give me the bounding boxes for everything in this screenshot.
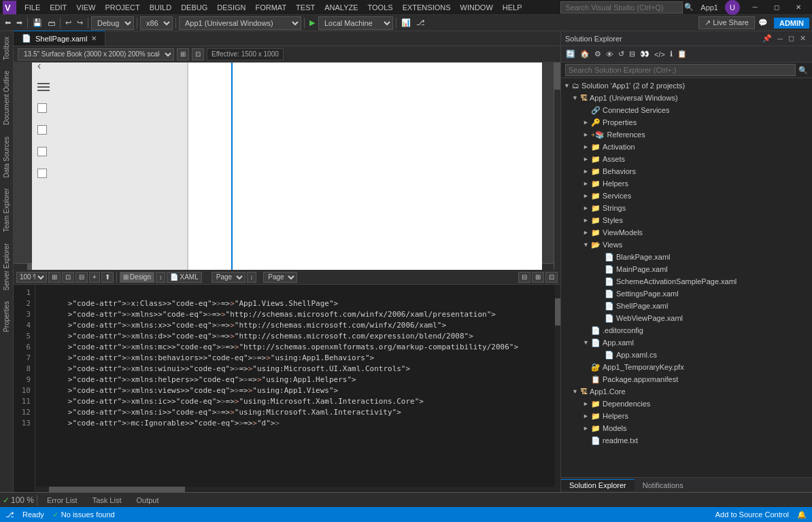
tree-item-references[interactable]: +📚 References [561, 128, 812, 141]
fit-to-window-btn[interactable]: ⊟ [75, 272, 88, 283]
tree-item-assets[interactable]: 📁 Assets [561, 153, 812, 165]
split-view-btn[interactable]: ↕ [156, 272, 166, 283]
feedback-button[interactable]: 💬 [756, 16, 770, 30]
layout-btn-3[interactable]: ⊡ [545, 272, 558, 283]
tree-project1[interactable]: 🏗 App1 (Universal Windows) [561, 92, 812, 104]
sidebar-tab-team-explorer[interactable]: Team Explorer [1, 183, 12, 237]
tree-item-dependencies[interactable]: 📁 Dependencies [561, 398, 812, 410]
sidebar-tab-properties[interactable]: Properties [1, 296, 12, 338]
run-button[interactable]: ▶ [307, 16, 317, 30]
se-float-button[interactable]: ◻ [786, 33, 796, 44]
se-pending-button[interactable]: 📋 [675, 48, 689, 61]
snap-btn[interactable]: ⊡ [62, 272, 74, 283]
live-share-button[interactable]: ↗ Live Share [698, 16, 755, 29]
grid-view-button[interactable]: ⊞ [177, 48, 189, 60]
se-pin-button[interactable]: 📌 [760, 33, 774, 44]
tree-item-models[interactable]: 📁 Models [561, 422, 812, 434]
tree-item-activation[interactable]: 📁 Activation [561, 141, 812, 153]
se-minimize-button[interactable]: ─ [775, 33, 785, 44]
code-hscrollbar[interactable] [35, 487, 555, 492]
tree-item-behaviors[interactable]: 📁 Behaviors [561, 165, 812, 177]
tree-item-styles[interactable]: 📁 Styles [561, 214, 812, 226]
tab-close-icon[interactable]: ✕ [91, 35, 97, 42]
expand-btn[interactable]: ↕ [247, 272, 257, 283]
se-home-button[interactable]: 🏠 [578, 48, 592, 61]
design-view-btn[interactable]: ⊞ Design [120, 272, 154, 283]
menu-file[interactable]: FILE [20, 2, 44, 13]
tree-item-appxaml[interactable]: 📄 App.xaml [561, 336, 812, 349]
tree-item-helpers[interactable]: 📁 Helpers [561, 177, 812, 190]
page-selector-right[interactable]: Page [263, 272, 297, 283]
save-button[interactable]: 💾 [31, 16, 44, 30]
diagnostic-tools-button[interactable]: 📊 [399, 16, 413, 30]
save-all-button[interactable]: 🗃 [46, 16, 57, 30]
tree-item-strings[interactable]: 📁 Strings [561, 202, 812, 214]
add-source-control-label[interactable]: Add to Source Control [715, 510, 789, 519]
global-search-input[interactable] [560, 1, 683, 14]
tree-item-properties[interactable]: 🔑 Properties [561, 116, 812, 128]
code-content[interactable]: >"code-attr">>x:Class>>"code-eq">>=>>"Ap… [35, 285, 560, 492]
se-search-input[interactable] [565, 64, 796, 76]
se-code-view-button[interactable]: </> [652, 48, 667, 61]
tree-item-webviewpage[interactable]: 📄 WebViewPage.xaml [561, 312, 812, 324]
menu-test[interactable]: TEST [292, 2, 319, 13]
bp-tab-output[interactable]: Output [129, 495, 165, 506]
tab-shellpage-xaml[interactable]: 📄 ShellPage.xaml ✕ [14, 31, 105, 46]
menu-window[interactable]: WINDOW [456, 2, 497, 13]
zoom-dropdown[interactable]: 100 % [16, 272, 47, 283]
se-refresh-button[interactable]: ↺ [616, 48, 626, 61]
git-button[interactable]: ⎇ [414, 16, 427, 30]
run-target-dropdown[interactable]: Local Machine [318, 16, 393, 30]
device-scale-dropdown[interactable]: 13.5" Surface Book (3000 x 2000) 200% sc… [18, 48, 174, 60]
menu-analyze[interactable]: ANALYZE [320, 2, 362, 13]
se-settings-button[interactable]: ⚙ [592, 48, 603, 61]
code-editor[interactable]: 12345678910111213 >"code-attr">>x:Class>… [14, 285, 560, 492]
grid-toggle-btn[interactable]: ⊞ [48, 272, 61, 283]
close-button[interactable]: ✕ [788, 0, 809, 15]
code-vscrollbar-thumb[interactable] [555, 298, 560, 326]
canvas-vscroll[interactable] [554, 63, 560, 270]
tree-solution-root[interactable]: 🗂 Solution 'App1' (2 of 2 projects) [561, 80, 812, 92]
se-sync-button[interactable]: 🔄 [564, 48, 577, 61]
se-properties-button[interactable]: ℹ [668, 48, 675, 61]
layout-btn-1[interactable]: ⊟ [518, 272, 530, 283]
code-vscrollbar[interactable] [555, 285, 560, 492]
menu-design[interactable]: DESIGN [213, 2, 250, 13]
tree-item-views[interactable]: 📂 Views [561, 239, 812, 251]
sidebar-tab-document-outline[interactable]: Document Outline [1, 65, 12, 130]
menu-build[interactable]: BUILD [146, 2, 175, 13]
code-hscrollbar-thumb[interactable] [49, 487, 185, 492]
se-close-button[interactable]: ✕ [798, 33, 808, 44]
tree-item-services[interactable]: 📁 Services [561, 190, 812, 202]
menu-tools[interactable]: TOOLS [364, 2, 397, 13]
layout-btn-2[interactable]: ⊞ [532, 272, 544, 283]
admin-button[interactable]: ADMIN [774, 18, 809, 29]
minimize-button[interactable]: ─ [744, 0, 766, 15]
menu-extensions[interactable]: EXTENSIONS [399, 2, 455, 13]
undo-button[interactable]: ↩ [63, 16, 73, 30]
tree-item-blankpage[interactable]: 📄 BlankPage.xaml [561, 251, 812, 263]
tree-item-connected-services[interactable]: 🔗 Connected Services [561, 104, 812, 116]
menu-help[interactable]: HELP [498, 2, 526, 13]
menu-debug[interactable]: DEBUG [177, 2, 212, 13]
tree-item-readme[interactable]: 📄 readme.txt [561, 434, 812, 447]
redo-button[interactable]: ↪ [75, 16, 85, 30]
bp-tab-task-list[interactable]: Task List [86, 495, 129, 506]
tree-item-viewmodels[interactable]: 📁 ViewModels [561, 226, 812, 239]
se-tab-notifications[interactable]: Notifications [635, 480, 692, 491]
menu-format[interactable]: FORMAT [251, 2, 290, 13]
tree-item-settingspage[interactable]: 📄 SettingsPage.xaml [561, 288, 812, 300]
menu-view[interactable]: VIEW [72, 2, 99, 13]
sidebar-tab-toolbox[interactable]: Toolbox [1, 31, 12, 65]
xaml-view-btn[interactable]: 📄 XAML [167, 272, 201, 283]
page-selector-left[interactable]: Page [212, 272, 246, 283]
sidebar-tab-data-sources[interactable]: Data Sources [1, 131, 12, 184]
tree-item-pfx[interactable]: 🔐 App1_TemporaryKey.pfx [561, 361, 812, 373]
canvas-vscroll-thumb[interactable] [554, 63, 560, 90]
back-button[interactable]: ⬅ [3, 16, 13, 30]
tree-item-manifest[interactable]: 📋 Package.appxmanifest [561, 373, 812, 385]
tree-item-shellpage[interactable]: 📄 ShellPage.xaml [561, 300, 812, 312]
se-preview-button[interactable]: 👀 [638, 48, 652, 61]
tree-item-schemeactivation[interactable]: 📄 SchemeActivationSamplePage.xaml [561, 275, 812, 288]
menu-project[interactable]: PROJECT [101, 2, 143, 13]
